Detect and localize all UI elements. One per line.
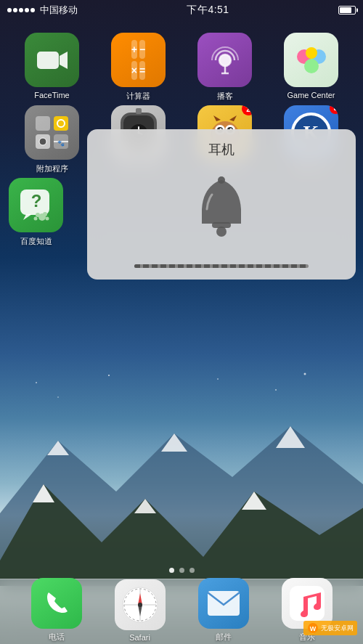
gamecenter-icon <box>284 33 338 87</box>
svg-text:W: W <box>310 625 317 632</box>
safari-dock-label: Safari <box>129 633 150 642</box>
svg-rect-25 <box>54 116 68 131</box>
svg-point-3 <box>304 373 306 375</box>
status-bar: 中国移动 下午4:51 <box>0 0 363 20</box>
svg-rect-65 <box>208 591 240 616</box>
svg-point-51 <box>36 213 40 217</box>
dock-app-phone[interactable]: 电话 <box>31 578 82 643</box>
watermark-logo: W <box>307 622 319 634</box>
podcasts-icon <box>197 33 252 87</box>
dock-app-safari[interactable]: Safari <box>115 579 166 642</box>
mail-dock-label: 邮件 <box>216 632 232 643</box>
status-time: 下午4:51 <box>187 4 229 17</box>
battery-fill <box>340 7 351 13</box>
phone-dock-icon <box>31 578 82 629</box>
baidu-icon: ? <box>9 178 63 232</box>
app-grid-row1: FaceTime + − × = 计算器 播客 <box>0 25 363 109</box>
volume-slider-fill <box>134 264 309 268</box>
dock-app-mail[interactable]: 邮件 <box>198 578 249 643</box>
calc-plus: + <box>131 40 137 59</box>
calc-times: × <box>131 61 137 80</box>
svg-point-23 <box>306 47 317 59</box>
page-dots <box>0 568 363 573</box>
app-calculator[interactable]: + − × = 计算器 <box>111 33 166 102</box>
signal-dot-5 <box>30 8 35 12</box>
watermark: W 无极安卓网 <box>303 621 357 635</box>
app-gamecenter[interactable]: Game Center <box>284 33 338 102</box>
page-dot-3[interactable] <box>189 568 195 573</box>
calc-grid: + − × = <box>126 34 151 86</box>
svg-marker-45 <box>213 115 221 121</box>
safari-dock-icon <box>115 579 166 630</box>
phone-dock-label: 电话 <box>49 632 65 643</box>
baidu-label: 百度知道 <box>20 236 52 247</box>
svg-point-5 <box>275 389 277 391</box>
battery-icon <box>338 6 356 15</box>
mail-dock-icon <box>198 578 249 629</box>
svg-point-52 <box>43 212 47 216</box>
signal-indicator <box>7 8 35 12</box>
calc-minus: − <box>139 40 145 59</box>
app-podcasts[interactable]: 播客 <box>197 33 252 102</box>
page-dot-1[interactable] <box>169 568 174 573</box>
signal-dot-1 <box>7 8 12 12</box>
svg-point-54 <box>45 216 49 220</box>
svg-point-55 <box>218 176 225 184</box>
app-facetime[interactable]: FaceTime <box>25 33 79 102</box>
app-baidu[interactable]: ? 百度知道 <box>9 178 63 247</box>
calculator-icon: + − × = <box>111 33 166 87</box>
facetime-icon <box>25 33 79 87</box>
bell-icon <box>182 169 261 249</box>
svg-marker-46 <box>229 115 237 121</box>
extras-icon: 🐾 <box>25 105 79 160</box>
signal-dot-2 <box>13 8 17 12</box>
carrier-name: 中国移动 <box>40 4 78 17</box>
svg-point-2 <box>217 378 219 380</box>
extras-label: 附加程序 <box>36 163 68 174</box>
app-extras[interactable]: 🐾 附加程序 <box>25 105 79 174</box>
svg-point-57 <box>216 227 227 237</box>
svg-point-4 <box>57 396 59 398</box>
watermark-text: 无极安卓网 <box>321 624 354 633</box>
svg-point-29 <box>39 138 46 145</box>
svg-point-53 <box>33 216 37 220</box>
mountain-background <box>0 368 363 586</box>
kugou-badge: ● <box>330 105 338 114</box>
svg-point-22 <box>304 59 319 73</box>
svg-point-1 <box>108 375 110 376</box>
status-right <box>338 6 356 15</box>
volume-slider[interactable] <box>134 264 309 268</box>
svg-point-0 <box>36 382 37 383</box>
svg-rect-24 <box>36 116 50 131</box>
volume-popup: 耳机 <box>87 129 356 280</box>
svg-marker-48 <box>23 214 32 220</box>
volume-bell-area <box>174 166 269 253</box>
page-dot-2[interactable] <box>179 568 184 573</box>
signal-dot-4 <box>25 8 29 12</box>
app-grid-row3: ? 百度知道 <box>9 178 63 247</box>
svg-text:?: ? <box>30 191 41 211</box>
svg-text:🐾: 🐾 <box>57 139 65 147</box>
signal-dot-3 <box>19 8 23 12</box>
calc-equals: = <box>139 61 145 80</box>
status-left: 中国移动 <box>7 4 78 17</box>
svg-marker-15 <box>60 52 68 69</box>
svg-point-64 <box>138 603 142 607</box>
volume-popup-title: 耳机 <box>208 141 234 158</box>
svg-rect-14 <box>37 52 59 69</box>
